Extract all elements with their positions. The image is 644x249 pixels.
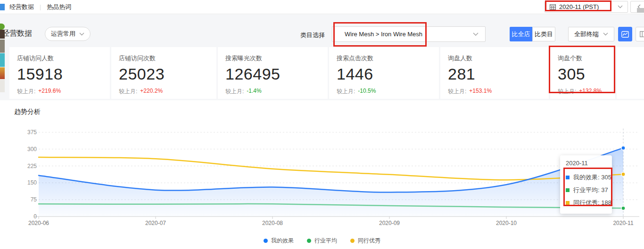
stat-change: +132.8%: [579, 88, 602, 96]
chevron-down-icon: [79, 32, 84, 36]
legend-item-0[interactable]: 我的效果: [264, 237, 294, 245]
compare-category-button[interactable]: 比类目: [532, 27, 555, 41]
tooltip-item-my-performance: 我的效果: 305: [566, 171, 607, 184]
stat-label: 询盘个数: [558, 54, 608, 63]
chevron-down-icon: [473, 32, 479, 36]
chevron-down-icon: [618, 5, 623, 8]
compare-label: 较上月:: [119, 88, 137, 96]
terminal-select-value: 全部终端: [574, 30, 599, 39]
stat-value: 1446: [337, 65, 431, 83]
y-axis-tick-label: 300: [14, 146, 37, 153]
thumbnail-image: [0, 53, 5, 67]
table-view-button[interactable]: [636, 27, 644, 41]
compare-label: 较上月:: [225, 88, 244, 96]
legend-dot: [307, 239, 311, 243]
section-title: 经营数据: [2, 29, 32, 39]
series-swatch: [566, 188, 570, 192]
stat-card-visitors: 店铺访问人数 15918 较上月:+219.6%: [9, 47, 110, 99]
x-axis-tick-label: 2020-07: [145, 220, 166, 226]
compare-whole-store-button[interactable]: 比全店: [510, 27, 532, 41]
line-chart-icon: [621, 31, 629, 38]
category-select[interactable]: Wire Mesh > Iron Wire Mesh: [332, 26, 486, 42]
preset-select[interactable]: 运营常用: [45, 27, 91, 41]
tab-business-data[interactable]: 经营数据: [9, 3, 34, 11]
series-swatch: [566, 201, 570, 205]
thumbnail-image: [0, 67, 5, 79]
y-axis-tick-label: 225: [14, 163, 37, 169]
chart-legend: 我的效果行业平均同行优秀: [0, 237, 644, 245]
y-axis-tick-label: 150: [14, 179, 37, 186]
stat-label: 店铺访问次数: [119, 54, 209, 63]
compare-label: 较上月:: [448, 88, 466, 96]
stat-change: +220.2%: [140, 88, 163, 96]
line-chart-view-button[interactable]: [618, 27, 632, 41]
page-edge-thumbnails: [0, 0, 5, 249]
stat-change: +219.6%: [38, 88, 61, 96]
stat-value: 15918: [17, 65, 102, 83]
chevron-down-icon: [603, 32, 608, 36]
legend-label: 行业平均: [314, 237, 337, 245]
trend-chart[interactable]: [0, 100, 644, 249]
x-axis-tick-label: 2020-09: [379, 220, 400, 226]
legend-label: 同行优秀: [358, 237, 380, 245]
chart-tooltip: 2020-11 我的效果: 305 行业平均: 37 同行优秀: 188: [560, 155, 612, 214]
scrollbar-thumb[interactable]: [637, 8, 644, 13]
stat-card-search-impressions: 搜索曝光次数 126495 较上月:-1.4%: [218, 47, 328, 99]
tooltip-title: 2020-11: [566, 160, 607, 167]
category-select-value: Wire Mesh > Iron Wire Mesh: [345, 31, 422, 38]
calendar-icon: [550, 4, 556, 10]
stat-card-search-clicks: 搜索点击次数 1446 较上月:-10.5%: [329, 47, 439, 99]
compare-label: 较上月:: [17, 88, 35, 96]
tab-hot-products[interactable]: 热品热词: [47, 3, 71, 11]
stat-value: 281: [448, 65, 541, 83]
stat-label: 店铺访问人数: [17, 54, 102, 63]
tooltip-item-peer-excellent: 同行优秀: 188: [566, 196, 607, 209]
stat-value: 305: [558, 65, 608, 83]
y-axis-tick-label: 75: [14, 196, 37, 203]
stat-change: -1.4%: [247, 88, 261, 96]
stat-value: 126495: [225, 65, 320, 83]
thumbnail-image: [0, 24, 5, 30]
compare-label: 较上月:: [337, 88, 355, 96]
tooltip-item-industry-average: 行业平均: 37: [566, 184, 607, 196]
date-picker-value: 2020-11 (PST): [559, 3, 599, 10]
category-select-label: 类目选择: [300, 31, 325, 40]
tab-divider: |: [40, 4, 41, 10]
thumbnail-image: [0, 80, 5, 92]
legend-label: 我的效果: [271, 237, 294, 245]
compare-label: 较上月:: [558, 88, 576, 96]
preset-select-value: 运营常用: [51, 30, 75, 38]
stat-card-inquiry-count: 询盘个数 305 较上月:+132.8%: [550, 47, 615, 99]
y-axis-tick-label: 375: [14, 129, 37, 136]
x-axis-tick-label: 2020-10: [496, 220, 517, 226]
thumbnail-image: [0, 40, 5, 53]
thumbnail-image: [0, 4, 5, 10]
terminal-select[interactable]: 全部终端: [568, 27, 614, 41]
stat-card-visits: 店铺访问次数 25023 较上月:+220.2%: [111, 47, 216, 99]
x-axis-tick-label: 2020-11: [613, 220, 633, 226]
stat-change: -10.5%: [358, 88, 376, 96]
legend-item-2[interactable]: 同行优秀: [350, 237, 380, 245]
y-axis-tick-label: 0: [14, 213, 37, 220]
x-axis-tick-label: 2020-08: [262, 220, 283, 226]
date-picker[interactable]: 2020-11 (PST): [545, 1, 628, 13]
legend-dot: [264, 239, 268, 243]
stat-label: 询盘人数: [448, 54, 541, 63]
x-axis-tick-label: 2020-06: [28, 220, 49, 226]
columns-icon: [640, 31, 644, 37]
stat-label: 搜索曝光次数: [225, 54, 320, 63]
top-tabs: 经营数据 | 热品热词: [9, 3, 71, 11]
stat-change: +153.1%: [469, 88, 492, 96]
stat-card-inquiry-people: 询盘人数 281 较上月:+153.1%: [440, 47, 549, 99]
stat-value: 25023: [119, 65, 209, 83]
stat-card-partial: [617, 47, 644, 99]
stat-label: 搜索点击次数: [337, 54, 431, 63]
series-swatch: [566, 176, 570, 179]
legend-dot: [350, 239, 355, 243]
legend-item-1[interactable]: 行业平均: [307, 237, 337, 245]
top-bar: 经营数据 | 热品热词 2020-11 (PST): [0, 0, 644, 14]
thumbnail-image: [0, 30, 5, 39]
